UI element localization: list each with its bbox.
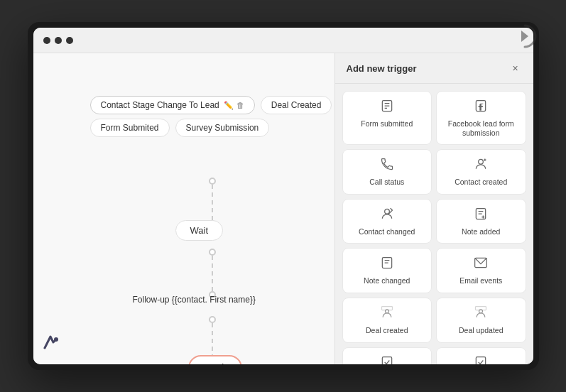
trigger-tag-survey[interactable]: Survey Submission	[175, 119, 270, 137]
flow-dot-1	[209, 178, 216, 185]
contact-created-label: Contact created	[455, 178, 507, 187]
dashed-line-2	[212, 256, 213, 291]
call-status-label: Call status	[369, 178, 404, 187]
followup-text: Follow-up {{contact. First name}}	[133, 295, 256, 305]
form-submitted-icon	[380, 99, 394, 115]
traffic-light-3	[66, 37, 73, 44]
trigger-item-note-changed[interactable]: Note changed	[342, 248, 432, 293]
traffic-light-2	[55, 37, 62, 44]
trigger-item-contact-changed[interactable]: Contact changed	[342, 199, 432, 244]
task-updated-icon	[474, 355, 488, 364]
contact-created-icon	[474, 157, 488, 173]
deal-created-label: Deal created	[366, 326, 408, 335]
trigger-tags: Contact Stage Change To Lead ✏️ 🗑 Deal C…	[90, 96, 332, 137]
panel-title: Add new trigger	[347, 63, 417, 74]
trigger-row-1: Contact Stage Change To Lead ✏️ 🗑 Deal C…	[90, 96, 332, 114]
svg-point-6	[479, 160, 484, 165]
note-changed-label: Note changed	[364, 276, 410, 285]
traffic-light-1	[43, 37, 50, 44]
deal-created-icon	[380, 305, 394, 322]
trigger-tag-label: Contact Stage Change To Lead	[101, 100, 219, 110]
trigger-item-contact-created[interactable]: Contact created	[436, 149, 526, 195]
end-label: End	[207, 362, 224, 364]
trigger-item-note-added[interactable]: Note added	[436, 199, 526, 244]
trigger-item-deal-updated[interactable]: Deal updated	[436, 298, 526, 343]
top-right-decorative	[511, 22, 539, 56]
trigger-row-2: Form Submited Survey Submission	[90, 119, 332, 137]
trigger-item-call-status[interactable]: Call status	[342, 149, 432, 195]
trigger-item-email-events[interactable]: Email events	[436, 248, 526, 293]
trigger-item-form-submitted[interactable]: Form submitted	[342, 91, 432, 145]
trigger-item-facebook[interactable]: Facebook lead form submission	[436, 91, 526, 145]
note-added-label: Note added	[462, 227, 500, 236]
trigger-tag-deal-created[interactable]: Deal Created	[261, 96, 332, 114]
trigger-tag-form[interactable]: Form Submited	[90, 119, 170, 137]
flow-dot-3	[209, 249, 216, 256]
facebook-icon	[474, 99, 488, 115]
svg-point-0	[54, 337, 58, 342]
tag-icons: ✏️ 🗑	[224, 101, 244, 110]
email-events-label: Email events	[459, 276, 502, 285]
note-changed-icon	[380, 256, 394, 272]
deal-updated-icon	[474, 305, 488, 322]
trigger-tag-label: Form Submited	[101, 123, 159, 133]
panel-header: Add new trigger ×	[335, 53, 533, 84]
bottom-left-icon	[39, 331, 62, 359]
deal-updated-label: Deal updated	[459, 326, 503, 335]
canvas-area: Contact Stage Change To Lead ✏️ 🗑 Deal C…	[33, 53, 334, 364]
flow-connector-2	[209, 249, 216, 298]
trigger-item-deal-created[interactable]: Deal created	[342, 298, 432, 343]
facebook-label: Facebook lead form submission	[442, 119, 520, 137]
traffic-lights	[43, 37, 73, 44]
device-frame: Contact Stage Change To Lead ✏️ 🗑 Deal C…	[28, 22, 539, 370]
trigger-tag-label: Deal Created	[271, 100, 322, 110]
trigger-tag-label: Survey Submission	[186, 123, 259, 133]
svg-point-9	[384, 209, 389, 214]
call-status-icon	[380, 157, 394, 173]
trigger-item-task-added[interactable]: Task added	[342, 347, 432, 364]
device-inner: Contact Stage Change To Lead ✏️ 🗑 Deal C…	[33, 28, 533, 364]
dashed-line-3	[212, 323, 213, 359]
svg-marker-29	[521, 31, 528, 42]
trigger-tag-contact-stage[interactable]: Contact Stage Change To Lead ✏️ 🗑	[90, 96, 255, 114]
dashed-line-1	[212, 185, 213, 220]
contact-changed-label: Contact changed	[359, 227, 415, 236]
wait-label: Wait	[190, 225, 209, 236]
wait-node[interactable]: Wait	[175, 220, 224, 241]
delete-icon[interactable]: 🗑	[236, 101, 244, 110]
task-added-icon	[380, 355, 394, 364]
close-button[interactable]: ×	[509, 62, 522, 75]
email-events-icon	[474, 256, 488, 272]
note-added-icon	[474, 207, 488, 223]
main-area: Contact Stage Change To Lead ✏️ 🗑 Deal C…	[33, 53, 533, 364]
edit-icon[interactable]: ✏️	[224, 101, 234, 110]
form-submitted-label: Form submitted	[361, 119, 413, 129]
contact-changed-icon	[380, 207, 394, 223]
trigger-grid: Form submitted Facebook lead form submis…	[335, 84, 533, 364]
title-bar	[33, 28, 533, 53]
trigger-panel: Add new trigger × Form submitted	[334, 53, 533, 364]
flow-dot-5	[209, 316, 216, 323]
end-node[interactable]: End	[188, 355, 243, 364]
trigger-item-task-updated[interactable]: Task updated	[436, 347, 526, 364]
